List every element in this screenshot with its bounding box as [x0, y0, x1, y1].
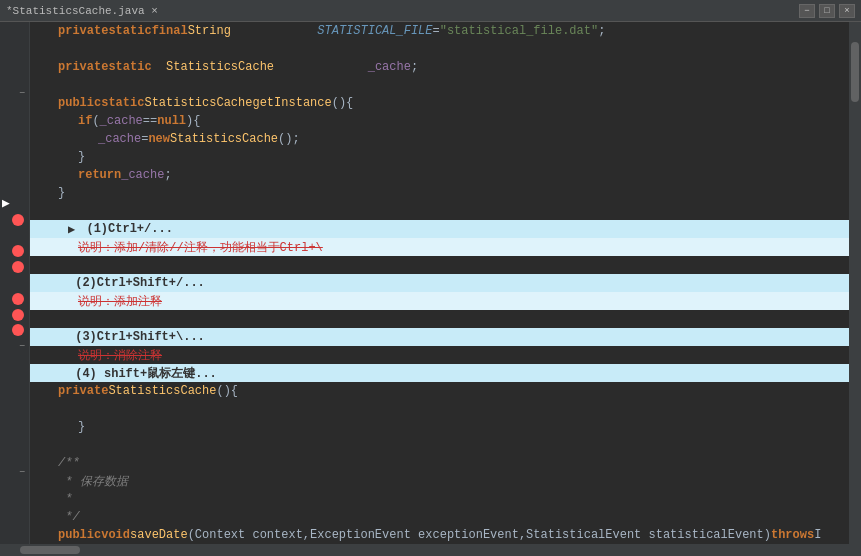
- op: ==: [143, 114, 157, 128]
- kw-static2: static: [108, 60, 151, 74]
- fold-icon[interactable]: −: [19, 88, 25, 99]
- kw-final: final: [152, 24, 188, 38]
- breakpoint-icon-13[interactable]: [12, 214, 24, 226]
- kw-if: if: [78, 114, 92, 128]
- method-getinstance: getInstance: [252, 96, 331, 110]
- gutter-line-28: [0, 449, 29, 465]
- code-line-7: _cache = new StatisticsCache ();: [30, 130, 849, 148]
- line-gutter: − ▶: [0, 22, 30, 544]
- gutter-line-23: [0, 370, 29, 386]
- gutter-line-32: [0, 512, 29, 528]
- code-line-blank-1: [30, 40, 849, 58]
- kw-pub: public: [58, 96, 101, 110]
- main-window: *StatisticsCache.java × − □ × − ▶: [0, 0, 861, 556]
- assign: =: [141, 132, 148, 146]
- code-line-5: public static StatisticsCache getInstanc…: [30, 94, 849, 112]
- javadoc-mid: *: [58, 492, 72, 506]
- field-statistical-file: STATISTICAL_FILE: [317, 24, 432, 38]
- semi3: ;: [164, 168, 171, 182]
- type-string: String: [188, 24, 231, 38]
- classname-statcache4: StatisticsCache: [108, 384, 216, 398]
- brace: ){: [186, 114, 200, 128]
- gutter-line-1: [0, 22, 29, 38]
- maximize-button[interactable]: □: [819, 4, 835, 18]
- gutter-line-29: −: [0, 465, 29, 481]
- spacing: [231, 24, 317, 38]
- kw-static: static: [108, 24, 151, 38]
- close-button[interactable]: ×: [839, 4, 855, 18]
- gutter-line-7: [0, 117, 29, 133]
- code-line-tooltip4: (4) shift+鼠标左键...: [30, 364, 849, 382]
- kw-stat: static: [101, 96, 144, 110]
- scrollbar-vertical[interactable]: [849, 22, 861, 544]
- breakpoint-icon-15[interactable]: [12, 245, 24, 257]
- code-line-close-ctor: }: [30, 418, 849, 436]
- gutter-line-12: ▶: [0, 196, 29, 212]
- params: (Context context,ExceptionEvent exceptio…: [188, 528, 771, 542]
- code-line-tooltip3: (3)Ctrl+Shift+\...: [30, 328, 849, 346]
- gutter-line-20: [0, 322, 29, 338]
- kw-new: new: [148, 132, 170, 146]
- gutter-line-3: [0, 54, 29, 70]
- gutter-line-16: [0, 259, 29, 275]
- code-line-javadoc-close: */: [30, 508, 849, 526]
- eq: =: [433, 24, 440, 38]
- javadoc-desc: * 保存数据: [58, 473, 128, 490]
- kw-pub2: public: [58, 528, 101, 542]
- code-line-blank-4: [30, 256, 849, 274]
- tooltip1-text: (1)Ctrl+/...: [79, 222, 173, 236]
- breakpoint-icon-16[interactable]: [12, 261, 24, 273]
- code-line-tooltip2: (2)Ctrl+Shift+/...: [30, 274, 849, 292]
- ctor-paren: (){: [216, 384, 238, 398]
- code-line-9: return _cache ;: [30, 166, 849, 184]
- gutter-line-21: −: [0, 338, 29, 354]
- kw-null: null: [157, 114, 186, 128]
- gutter-line-30: [0, 481, 29, 497]
- classname-statcache2: StatisticsCache: [144, 96, 252, 110]
- close-ctor: }: [78, 420, 85, 434]
- kw-private2: private: [58, 60, 108, 74]
- gutter-line-24: [0, 386, 29, 402]
- code-line-3: private static StatisticsCache _cache ;: [30, 58, 849, 76]
- gutter-line-4: [0, 69, 29, 85]
- code-line-6: if ( _cache == null ){: [30, 112, 849, 130]
- minimize-button[interactable]: −: [799, 4, 815, 18]
- title-bar-left: *StatisticsCache.java ×: [6, 5, 158, 17]
- gutter-line-19: [0, 307, 29, 323]
- scrollbar-horizontal[interactable]: [0, 544, 861, 556]
- tooltip2-text: (2)Ctrl+Shift+/...: [68, 276, 205, 290]
- code-line-javadoc-mid: *: [30, 490, 849, 508]
- code-line-tooltip1-sub: 说明：添加/清除//注释，功能相当于Ctrl+\: [30, 238, 849, 256]
- title-bar: *StatisticsCache.java × − □ ×: [0, 0, 861, 22]
- field-cache: _cache: [368, 60, 411, 74]
- gutter-line-11: [0, 180, 29, 196]
- fold-icon-29[interactable]: −: [19, 467, 25, 478]
- code-line-javadoc-open: /**: [30, 454, 849, 472]
- breakpoint-icon-20[interactable]: [12, 324, 24, 336]
- tooltip4-text: (4) shift+鼠标左键...: [68, 365, 217, 382]
- breakpoint-icon-19[interactable]: [12, 309, 24, 321]
- scrollbar-h-thumb[interactable]: [20, 546, 80, 554]
- breakpoint-icon-18[interactable]: [12, 293, 24, 305]
- kw-priv3: private: [58, 384, 108, 398]
- gutter-line-25: [0, 402, 29, 418]
- gutter-line-26: [0, 417, 29, 433]
- code-line-blank-7: [30, 436, 849, 454]
- field-cache4: _cache: [121, 168, 164, 182]
- tab-label[interactable]: *StatisticsCache.java ×: [6, 5, 158, 17]
- code-line-tooltip3-sub: 说明：消除注释: [30, 346, 849, 364]
- spacing2: [152, 60, 166, 74]
- scrollbar-thumb[interactable]: [851, 42, 859, 102]
- gutter-line-2: [0, 38, 29, 54]
- code-line-private-constructor: private StatisticsCache (){: [30, 382, 849, 400]
- field-cache3: _cache: [98, 132, 141, 146]
- method-savedate: saveDate: [130, 528, 188, 542]
- kw-throws: throws: [771, 528, 814, 542]
- gutter-line-18: [0, 291, 29, 307]
- code-editor[interactable]: private static final String STATISTICAL_…: [30, 22, 849, 544]
- gutter-line-5[interactable]: −: [0, 85, 29, 101]
- caret-arrow: ▶: [68, 222, 75, 237]
- code-line-8: }: [30, 148, 849, 166]
- fold-icon-21[interactable]: −: [19, 341, 25, 352]
- semi2: ;: [411, 60, 418, 74]
